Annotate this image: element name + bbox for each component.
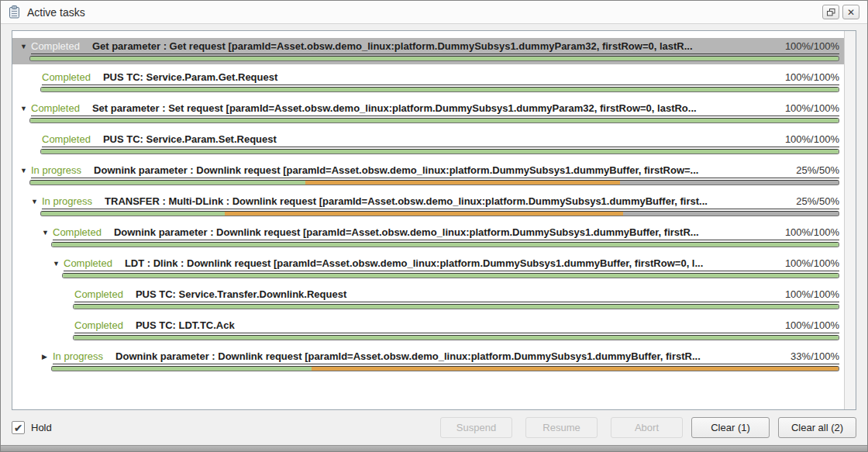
progress-segment-done xyxy=(41,212,225,216)
task-row: ▼ In progress Downink parameter : Downli… xyxy=(12,159,844,190)
task-panel: ▼ Completed Get parameter : Get request … xyxy=(12,30,856,410)
resume-button[interactable]: Resume xyxy=(525,417,598,438)
progress-segment-done xyxy=(52,367,312,371)
progress-segment-done xyxy=(74,305,839,309)
task-description: PUS TC: Service.Param.Set.Request xyxy=(103,133,776,145)
task-status: Completed xyxy=(53,226,102,238)
task-progress-bar xyxy=(29,180,839,185)
task-progress-value: 100%/100% xyxy=(785,226,839,238)
task-row-body[interactable]: ▼ Completed Downink parameter : Downlink… xyxy=(12,224,844,250)
collapse-arrow-icon[interactable]: ▼ xyxy=(31,198,42,205)
task-progress-value: 100%/100% xyxy=(785,40,839,52)
suspend-button[interactable]: Suspend xyxy=(440,417,512,438)
task-row-body[interactable]: ▼ In progress Downink parameter : Downli… xyxy=(12,162,844,188)
task-row: ▼ Completed Downink parameter : Downlink… xyxy=(12,221,844,252)
task-row: ▶ In progress Downink parameter : Downli… xyxy=(12,345,844,376)
task-progress-bar xyxy=(51,242,839,247)
progress-segment-rest xyxy=(620,181,839,185)
footer-toolbar: ✔ Hold SuspendResumeAbortClear (1)Clear … xyxy=(1,410,867,445)
close-icon: ✕ xyxy=(847,8,855,17)
float-window-button[interactable] xyxy=(822,5,839,19)
progress-segment-active xyxy=(225,212,624,216)
task-status: In progress xyxy=(53,350,103,362)
progress-segment-done xyxy=(30,119,839,122)
overlapping-windows-icon xyxy=(827,9,835,16)
task-progress-value: 100%/100% xyxy=(785,71,839,83)
window-title: Active tasks xyxy=(27,6,85,19)
progress-segment-done xyxy=(52,243,839,247)
task-progress-bar xyxy=(40,149,839,154)
clear-all-button[interactable]: Clear all (2) xyxy=(778,417,856,438)
progress-segment-done xyxy=(41,150,839,154)
task-status: In progress xyxy=(42,195,92,207)
task-row-body[interactable]: ▶ In progress Downink parameter : Downli… xyxy=(12,348,844,374)
task-progress-value: 25%/50% xyxy=(796,195,839,207)
task-progress-bar xyxy=(73,335,839,340)
checkmark-icon: ✔ xyxy=(14,422,23,434)
task-status: Completed xyxy=(74,319,123,331)
task-row: ▼ Completed Get parameter : Get request … xyxy=(12,35,844,66)
task-progress-bar xyxy=(73,304,839,309)
task-progress-bar xyxy=(40,211,839,216)
task-progress-bar xyxy=(51,366,839,371)
task-progress-value: 25%/50% xyxy=(796,164,839,176)
task-row-body[interactable]: Completed PUS TC: Service.Param.Set.Requ… xyxy=(12,131,844,157)
progress-segment-active xyxy=(305,181,621,185)
task-description: Downink parameter : Downlink request [pa… xyxy=(114,226,776,238)
close-window-button[interactable]: ✕ xyxy=(842,5,859,19)
task-row-body[interactable]: Completed PUS TC: Service.Param.Get.Requ… xyxy=(12,69,844,95)
task-status: In progress xyxy=(31,164,81,176)
task-row: Completed PUS TC: Service.Transfer.Downl… xyxy=(12,283,844,314)
task-status: Completed xyxy=(64,257,112,269)
task-description: PUS TC: LDT.TC.Ack xyxy=(136,319,776,331)
collapse-arrow-icon[interactable]: ▼ xyxy=(53,261,64,267)
task-row-body[interactable]: Completed PUS TC: Service.Transfer.Downl… xyxy=(12,286,844,312)
collapse-arrow-icon[interactable]: ▼ xyxy=(20,167,31,174)
task-status: Completed xyxy=(74,288,123,300)
task-status: Completed xyxy=(31,102,80,114)
task-row: Completed PUS TC: Service.Param.Set.Requ… xyxy=(12,128,844,159)
hold-checkbox[interactable]: ✔ xyxy=(12,421,25,434)
active-tasks-window: Active tasks ✕ ▼ Completed Get parameter… xyxy=(0,0,868,452)
task-row-body[interactable]: Completed PUS TC: LDT.TC.Ack 100%/100% xyxy=(12,317,844,343)
progress-segment-done xyxy=(63,274,839,278)
task-status: Completed xyxy=(31,40,80,52)
task-progress-value: 100%/100% xyxy=(785,102,839,114)
task-status: Completed xyxy=(42,71,91,83)
collapse-arrow-icon[interactable]: ▼ xyxy=(20,43,31,50)
task-row: ▼ Completed Set parameter : Set request … xyxy=(12,97,844,128)
task-description: Downink parameter : Downlink request [pa… xyxy=(94,164,787,176)
task-progress-bar xyxy=(29,56,839,61)
title-bar: Active tasks ✕ xyxy=(1,1,867,24)
task-progress-value: 100%/100% xyxy=(785,288,839,300)
collapse-arrow-icon[interactable]: ▼ xyxy=(42,229,53,236)
task-row: Completed PUS TC: LDT.TC.Ack 100%/100% xyxy=(12,314,844,345)
task-list: ▼ Completed Get parameter : Get request … xyxy=(12,31,844,409)
task-progress-value: 100%/100% xyxy=(785,319,839,331)
progress-segment-done xyxy=(30,181,305,185)
tasks-clipboard-icon xyxy=(9,5,20,19)
task-description: Set parameter : Set request [paramId=Ass… xyxy=(92,102,776,114)
task-row-body[interactable]: ▼ Completed Get parameter : Get request … xyxy=(12,38,844,64)
task-row-body[interactable]: ▼ Completed LDT : Dlink : Downlink reque… xyxy=(12,255,844,281)
progress-segment-active xyxy=(312,367,839,371)
task-row-body[interactable]: ▼ In progress TRANSFER : Multi-DLink : D… xyxy=(12,193,844,219)
progress-segment-done xyxy=(74,336,839,340)
hold-checkbox-label: Hold xyxy=(31,422,52,433)
progress-segment-rest xyxy=(623,212,839,216)
task-row-body[interactable]: ▼ Completed Set parameter : Set request … xyxy=(12,100,844,126)
abort-button[interactable]: Abort xyxy=(611,417,683,438)
task-row: ▼ In progress TRANSFER : Multi-DLink : D… xyxy=(12,190,844,221)
task-status: Completed xyxy=(42,133,91,145)
task-progress-bar xyxy=(29,118,839,123)
task-row: ▼ Completed LDT : Dlink : Downlink reque… xyxy=(12,252,844,283)
task-progress-value: 100%/100% xyxy=(785,133,839,145)
task-description: Downink parameter : Downlink request [pa… xyxy=(115,350,781,362)
collapse-arrow-icon[interactable]: ▼ xyxy=(20,105,31,112)
vertical-scrollbar[interactable] xyxy=(844,31,856,409)
task-progress-value: 33%/100% xyxy=(790,350,839,362)
task-description: PUS TC: Service.Transfer.Downlink.Reques… xyxy=(136,288,776,300)
clear-button[interactable]: Clear (1) xyxy=(691,417,770,438)
expand-arrow-icon[interactable]: ▶ xyxy=(42,354,53,361)
task-description: TRANSFER : Multi-DLink : Downlink reques… xyxy=(105,195,787,207)
